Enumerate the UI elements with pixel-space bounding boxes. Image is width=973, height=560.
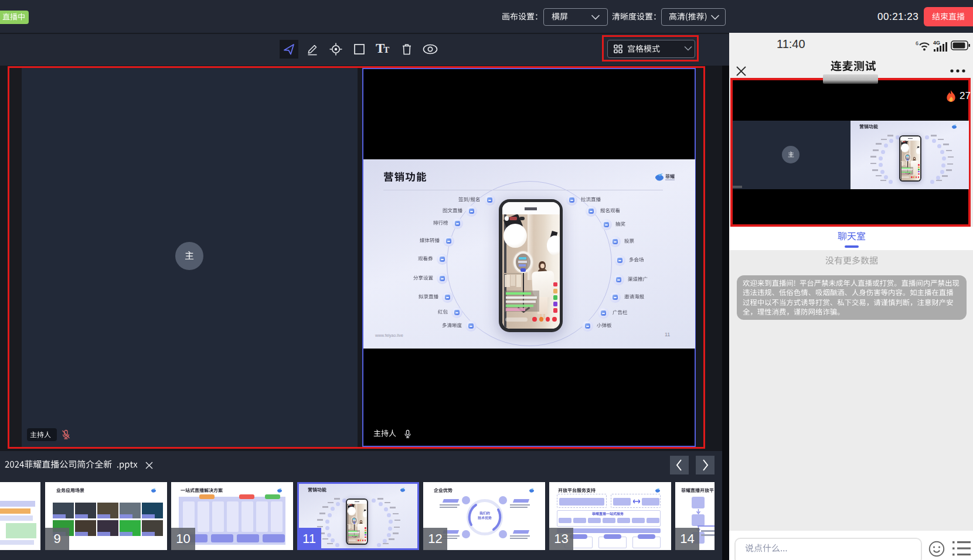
svg-text:6: 6 bbox=[916, 40, 918, 46]
svg-text:4G: 4G bbox=[933, 40, 940, 46]
